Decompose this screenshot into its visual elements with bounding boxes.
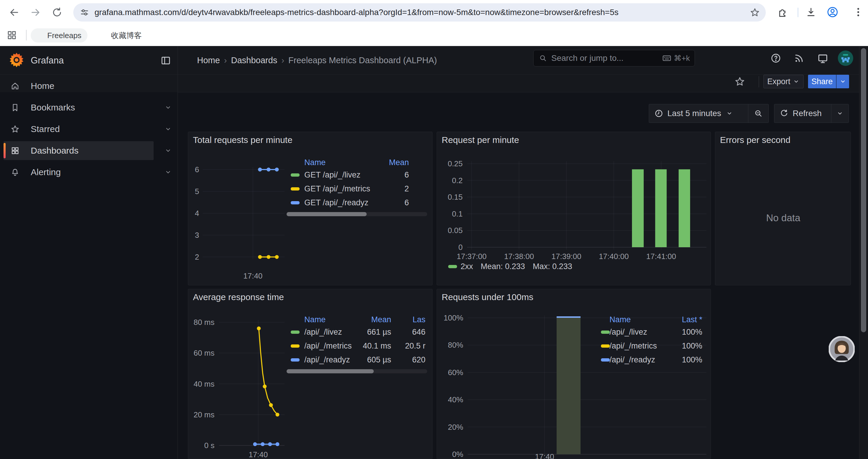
legend-series-name[interactable]: 2xx xyxy=(461,262,473,271)
legend-max: Max: 0.233 xyxy=(533,262,572,271)
y-axis-label: 80% xyxy=(437,340,463,350)
y-axis-label: 0 s xyxy=(188,441,215,450)
chart-bar xyxy=(464,161,709,250)
legend-table-header: NameMeanLas xyxy=(286,315,427,325)
legend-series-name[interactable]: /api/_/livez xyxy=(304,325,342,339)
panel-title[interactable]: Requests under 100ms xyxy=(442,292,533,302)
legend-table-row: /api/_/metrics40.1 ms20.5 r xyxy=(286,339,427,353)
y-axis-label: 40% xyxy=(437,395,463,404)
col-header[interactable]: Mean xyxy=(371,315,391,325)
y-axis-label: 6 xyxy=(188,165,199,174)
legend-table-row: /api/_/metrics100% xyxy=(598,339,704,353)
y-axis-label: 5 xyxy=(188,187,199,196)
col-header-name[interactable]: Name xyxy=(304,157,326,167)
panel-request-per-minute: Request per minute0.250.20.150.10.05017:… xyxy=(437,132,711,285)
legend-scrollbar-thumb[interactable] xyxy=(286,369,374,373)
legend-table-row: /api/_/readyz605 µs620 xyxy=(286,353,427,367)
screen: grafana.mathmast.com/d/deytv4rwavabkb/fr… xyxy=(0,0,868,459)
y-axis-label: 0.15 xyxy=(437,193,463,201)
legend-scrollbar-thumb[interactable] xyxy=(286,212,367,216)
legend-value-mean: 605 µs xyxy=(367,353,391,366)
panel-title[interactable]: Errors per second xyxy=(720,135,790,145)
legend-table-row: /api/_/livez100% xyxy=(598,325,704,339)
legend-table: NameMeanGET /api/_/livez6GET /api/_/metr… xyxy=(286,157,427,216)
legend-mean: Mean: 0.233 xyxy=(481,262,525,271)
legend-series-name[interactable]: GET /api/_/metrics xyxy=(304,182,370,196)
legend-swatch xyxy=(601,330,610,334)
y-axis-label: 40 ms xyxy=(188,380,215,388)
legend-swatch xyxy=(291,358,300,362)
legend-value-last: 646 xyxy=(412,325,426,339)
y-axis-label: 0.1 xyxy=(437,209,463,218)
panel-title[interactable]: Average response time xyxy=(193,292,284,302)
legend-table: NameLast */api/_/livez100%/api/_/metrics… xyxy=(598,315,704,367)
legend-table: NameMeanLas/api/_/livez661 µs646/api/_/m… xyxy=(286,315,427,373)
x-axis-label: 17:38:00 xyxy=(493,252,546,261)
col-header[interactable]: Last * xyxy=(682,315,702,325)
y-axis-label: 100% xyxy=(437,314,463,322)
legend: 2xxMean: 0.233Max: 0.233 xyxy=(448,262,572,271)
legend-series-name[interactable]: /api/_/metrics xyxy=(610,339,657,353)
legend-table-row: /api/_/readyz100% xyxy=(598,353,704,367)
x-axis-label: 17:37:00 xyxy=(445,252,498,261)
y-axis-label: 0.25 xyxy=(437,159,463,168)
panel-total-requests: Total requests per minute6543217:40NameM… xyxy=(188,132,433,285)
legend-swatch xyxy=(291,330,300,334)
x-axis-label: 17:40 xyxy=(226,271,279,280)
panel-errors-per-second: Errors per secondNo data xyxy=(715,132,851,285)
legend-series-name[interactable]: /api/_/readyz xyxy=(304,353,350,366)
y-axis-label: 20% xyxy=(437,423,463,431)
col-header-name[interactable]: Name xyxy=(304,315,326,325)
col-header[interactable]: Las xyxy=(412,315,426,325)
x-axis-label: 17:41:00 xyxy=(634,252,688,261)
panel-avg-response-time: Average response time80 ms60 ms40 ms20 m… xyxy=(188,289,433,459)
legend-value-mean: 40.1 ms xyxy=(363,339,391,353)
legend-series-name[interactable]: /api/_/metrics xyxy=(304,339,352,353)
legend-swatch xyxy=(448,265,457,268)
legend-table-row: /api/_/livez661 µs646 xyxy=(286,325,427,339)
no-data-text: No data xyxy=(715,212,851,224)
y-axis-label: 4 xyxy=(188,209,199,218)
col-header[interactable]: Mean xyxy=(389,157,409,167)
legend-table-header: NameMean xyxy=(286,157,427,168)
y-axis-label: 20 ms xyxy=(188,410,215,419)
legend-scrollbar-track[interactable] xyxy=(286,369,427,373)
legend-table-row: GET /api/_/metrics2 xyxy=(286,182,427,196)
panel-title[interactable]: Request per minute xyxy=(442,135,519,145)
legend-swatch xyxy=(291,201,300,204)
legend-swatch xyxy=(291,345,300,348)
y-axis-label: 0.05 xyxy=(437,226,463,235)
legend-value-last: 100% xyxy=(682,339,702,353)
chart-line xyxy=(200,163,287,266)
legend-series-name[interactable]: /api/_/livez xyxy=(610,325,647,339)
x-axis-label: 17:40:00 xyxy=(587,252,641,261)
assistant-avatar[interactable] xyxy=(829,336,855,362)
legend-table-row: GET /api/_/livez6 xyxy=(286,168,427,182)
legend-swatch xyxy=(601,358,610,362)
legend-value-last: 100% xyxy=(682,353,702,366)
page-scrollbar-track[interactable] xyxy=(859,46,868,459)
panel-title[interactable]: Total requests per minute xyxy=(193,135,292,145)
y-axis-label: 2 xyxy=(188,253,199,261)
panel-requests-under-100ms: Requests under 100ms100%80%60%40%20%0%17… xyxy=(437,289,711,459)
legend-value-mean: 6 xyxy=(404,196,409,209)
legend-table-header: NameLast * xyxy=(598,315,704,325)
y-axis-label: 0.2 xyxy=(437,176,463,185)
y-axis-label: 0% xyxy=(437,450,463,459)
legend-series-name[interactable]: GET /api/_/livez xyxy=(304,168,361,182)
legend-swatch xyxy=(291,173,300,177)
y-axis-label: 3 xyxy=(188,231,199,239)
y-axis-label: 60% xyxy=(437,368,463,377)
legend-value-mean: 2 xyxy=(404,182,409,196)
legend-series-name[interactable]: /api/_/readyz xyxy=(610,353,655,366)
legend-table-row: GET /api/_/readyz6 xyxy=(286,196,427,210)
col-header-name[interactable]: Name xyxy=(610,315,631,325)
y-axis-label: 60 ms xyxy=(188,349,215,357)
legend-series-name[interactable]: GET /api/_/readyz xyxy=(304,196,368,209)
legend-value-last: 100% xyxy=(682,325,702,339)
chart-line xyxy=(216,315,287,448)
x-axis-label: 17:40 xyxy=(231,450,285,459)
page-scrollbar-thumb[interactable] xyxy=(861,48,866,332)
legend-value-last: 620 xyxy=(412,353,426,366)
legend-scrollbar-track[interactable] xyxy=(286,212,427,216)
